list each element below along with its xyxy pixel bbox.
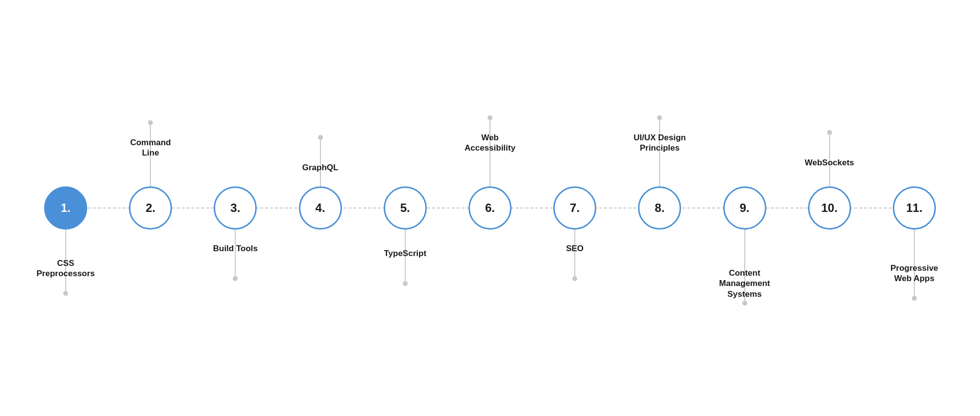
circle-node-10[interactable]: 10. [808, 186, 851, 230]
label-below-1: CSSPreprocessors [36, 258, 95, 279]
dot-above-4 [318, 135, 323, 140]
connector-below-3 [235, 230, 236, 279]
circle-node-11[interactable]: 11. [893, 186, 936, 230]
dot-below-1 [63, 291, 68, 296]
circle-node-9[interactable]: 9. [723, 186, 766, 230]
label-above-8: UI/UX DesignPrinciples [634, 132, 686, 154]
node-column-1[interactable]: 1.CSSPreprocessors [44, 186, 87, 230]
dot-below-5 [403, 281, 408, 286]
circle-node-4[interactable]: 4. [299, 186, 342, 230]
timeline-container: 1.CSSPreprocessorsCommandLine2.3.Build T… [24, 36, 956, 380]
circle-node-6[interactable]: 6. [468, 186, 512, 230]
label-below-9: ContentManagementSystems [719, 268, 770, 299]
node-column-5[interactable]: 5.TypeScript [384, 186, 427, 230]
label-below-11: ProgressiveWeb Apps [890, 263, 938, 284]
node-column-6[interactable]: WebAccessibility6. [468, 186, 512, 230]
label-below-3: Build Tools [213, 243, 258, 254]
label-below-5: TypeScript [384, 248, 426, 259]
dot-above-6 [488, 115, 492, 120]
node-column-7[interactable]: 7.SEO [553, 186, 596, 230]
label-above-4: GraphQL [302, 162, 339, 173]
connector-below-7 [574, 230, 575, 279]
circle-node-2[interactable]: 2. [129, 186, 172, 230]
label-above-2: CommandLine [130, 137, 171, 158]
circle-node-7[interactable]: 7. [553, 186, 596, 230]
timeline-wrapper: 1.CSSPreprocessorsCommandLine2.3.Build T… [24, 36, 956, 380]
node-column-9[interactable]: 9.ContentManagementSystems [723, 186, 766, 230]
node-column-2[interactable]: CommandLine2. [129, 186, 172, 230]
dot-above-2 [148, 120, 153, 125]
node-column-10[interactable]: WebSockets10. [808, 186, 851, 230]
circle-node-1[interactable]: 1. [44, 186, 87, 230]
dot-below-9 [742, 301, 747, 306]
node-column-3[interactable]: 3.Build Tools [214, 186, 257, 230]
node-column-8[interactable]: UI/UX DesignPrinciples8. [638, 186, 681, 230]
label-above-6: WebAccessibility [465, 132, 515, 154]
node-column-11[interactable]: 11.ProgressiveWeb Apps [893, 186, 936, 230]
circle-node-5[interactable]: 5. [384, 186, 427, 230]
dot-above-8 [657, 115, 662, 120]
nodes-row: 1.CSSPreprocessorsCommandLine2.3.Build T… [24, 186, 956, 230]
label-above-10: WebSockets [805, 157, 854, 168]
dot-below-11 [912, 296, 917, 301]
circle-node-8[interactable]: 8. [638, 186, 681, 230]
node-column-4[interactable]: GraphQL4. [299, 186, 342, 230]
dot-below-7 [572, 276, 577, 281]
dot-above-10 [827, 130, 832, 135]
label-below-7: SEO [566, 243, 584, 254]
dot-below-3 [233, 276, 238, 281]
circle-node-3[interactable]: 3. [214, 186, 257, 230]
